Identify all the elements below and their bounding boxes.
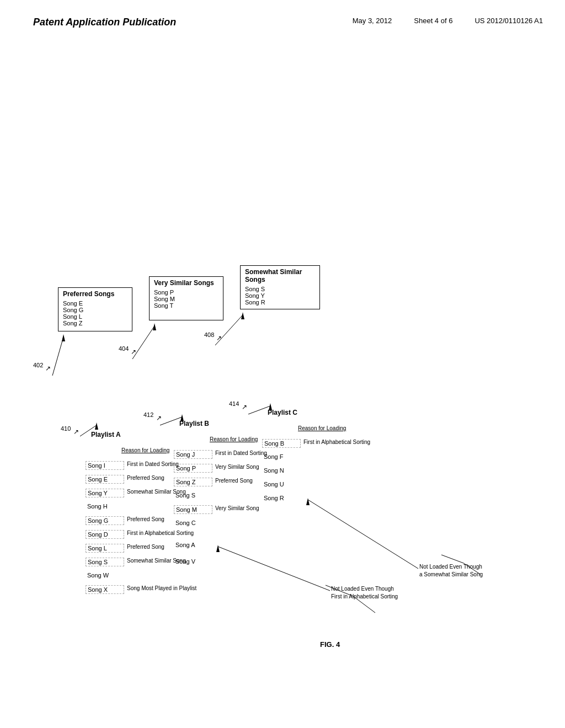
publication-title: Patent Application Publication: [33, 17, 176, 28]
playlist-b-song-v: Song V: [174, 558, 212, 565]
preferred-songs-box: Preferred Songs Song E Song G Song L Son…: [58, 287, 132, 331]
preferred-song-2: Song G: [63, 307, 127, 313]
svg-line-10: [248, 406, 270, 414]
svg-line-18: [308, 500, 418, 569]
playlist-c-song-u: Song U: [262, 480, 301, 488]
very-similar-song-3: Song T: [154, 302, 218, 309]
playlist-c-song-b: Song B: [262, 439, 301, 448]
playlist-b-song-j: Song J: [174, 450, 212, 459]
somewhat-similar-songs-label: Somewhat Similar Songs: [245, 268, 315, 283]
playlist-a-song-y: Song Y: [86, 489, 124, 497]
playlist-b-song-s: Song S: [174, 491, 212, 499]
playlist-c-song-f: Song F: [262, 453, 301, 461]
ref-410: 410: [61, 425, 71, 432]
svg-marker-1: [62, 334, 65, 341]
arrow-412: ↗: [156, 414, 162, 422]
somewhat-similar-song-2: Song Y: [245, 292, 315, 299]
callout-line-c: [0, 34, 565, 718]
not-loaded-b-line1: Not Loaded Even Though: [331, 585, 398, 593]
not-loaded-b-line2: First in Alphabetical Sorting: [331, 593, 398, 601]
arrow-402: ↗: [45, 365, 51, 372]
not-loaded-b-note: Not Loaded Even Though First in Alphabet…: [331, 585, 398, 601]
svg-line-16: [218, 547, 330, 591]
playlist-b-song-m: Song M: [174, 505, 212, 514]
reason-label-a: Reason for Loading: [121, 447, 169, 453]
playlist-b-song-a: Song A: [174, 541, 212, 549]
ref-404: 404: [119, 345, 129, 352]
playlist-a-song-x: Song X: [86, 585, 124, 594]
svg-marker-5: [241, 312, 244, 319]
playlist-a-song-d: Song D: [86, 530, 124, 539]
not-loaded-c-line1: Not Loaded Even Though: [419, 563, 483, 571]
playlist-b-song-p: Song P: [174, 464, 212, 473]
preferred-song-3: Song L: [63, 313, 127, 320]
very-similar-songs-box: Very Similar Songs Song P Song M Song T: [149, 276, 223, 320]
very-similar-songs-label: Very Similar Songs: [154, 279, 218, 287]
very-similar-song-1: Song P: [154, 289, 218, 296]
playlist-a-song-l: Song L: [86, 544, 124, 553]
preferred-song-1: Song E: [63, 300, 127, 307]
reason-c-song-b: First in Alphabetical Sorting: [303, 439, 370, 445]
reason-b-song-m: Very Similar Song: [215, 505, 259, 511]
playlist-a-song-g: Song G: [86, 516, 124, 525]
somewhat-similar-song-1: Song S: [245, 286, 315, 292]
fig-label: FIG. 4: [320, 640, 340, 649]
reason-b-song-z: Preferred Song: [215, 478, 253, 484]
callout-line-b: [0, 34, 565, 718]
reason-b-song-j: First in Dated Sorting: [215, 450, 267, 456]
svg-marker-7: [95, 422, 98, 430]
ref-408: 408: [204, 331, 214, 338]
arrow-414: ↗: [242, 403, 247, 411]
playlist-a-song-w: Song W: [86, 571, 124, 579]
playlist-a-song-s: Song S: [86, 558, 124, 566]
reason-a-song-d: First in Alphabetical Sorting: [127, 530, 194, 536]
playlist-b-song-z: Song Z: [174, 478, 212, 486]
playlist-a-song-i: Song I: [86, 461, 124, 470]
diagram-svg: [0, 34, 565, 718]
page-header: Patent Application Publication May 3, 20…: [0, 0, 565, 34]
arrow-408: ↗: [216, 334, 222, 342]
preferred-songs-label: Preferred Songs: [63, 290, 127, 298]
reason-a-song-e: Preferred Song: [127, 475, 164, 481]
reason-a-song-g: Preferred Song: [127, 516, 164, 522]
reason-a-song-l: Preferred Song: [127, 544, 164, 550]
reason-label-c: Reason for Loading: [298, 425, 346, 431]
arrow-404: ↗: [131, 348, 136, 356]
very-similar-song-2: Song M: [154, 296, 218, 302]
svg-marker-3: [153, 323, 156, 330]
not-loaded-c-note: Not Loaded Even Though a Somewhat Simila…: [419, 563, 483, 579]
publication-date: May 3, 2012: [353, 17, 392, 25]
playlist-c-song-n: Song N: [262, 467, 301, 474]
somewhat-similar-song-3: Song R: [245, 299, 315, 306]
ref-402: 402: [33, 362, 43, 368]
header-info: May 3, 2012 Sheet 4 of 6 US 2012/0110126…: [353, 17, 543, 25]
playlist-a-song-e: Song E: [86, 475, 124, 484]
reason-b-song-p: Very Similar Song: [215, 464, 259, 470]
reason-label-b: Reason for Loading: [210, 436, 258, 442]
preferred-song-4: Song Z: [63, 320, 127, 326]
playlist-c-song-r: Song R: [262, 494, 301, 502]
reason-a-song-x: Song Most Played in Playlist: [127, 585, 196, 591]
reason-a-song-i: First in Dated Sorting: [127, 461, 179, 467]
playlist-a-song-h: Song H: [86, 502, 124, 510]
playlist-b-label: Playlist B: [179, 420, 209, 427]
patent-number: US 2012/0110126 A1: [475, 17, 543, 25]
playlist-a-label: Playlist A: [91, 431, 121, 438]
somewhat-similar-songs-box: Somewhat Similar Songs Song S Song Y Son…: [240, 265, 320, 309]
not-loaded-c-line2: a Somewhat Similar Song: [419, 571, 483, 579]
playlist-b-song-c: Song C: [174, 519, 212, 527]
svg-line-15: [441, 555, 463, 563]
svg-line-8: [160, 417, 182, 425]
svg-marker-19: [306, 498, 310, 505]
playlist-c-label: Playlist C: [268, 409, 297, 416]
ref-412: 412: [143, 411, 153, 418]
svg-line-0: [52, 337, 63, 376]
diagram-area: 402 ↗ Preferred Songs Song E Song G Song…: [0, 34, 565, 718]
svg-marker-17: [216, 545, 220, 552]
arrow-410: ↗: [73, 428, 79, 436]
ref-414: 414: [229, 400, 239, 407]
sheet-info: Sheet 4 of 6: [414, 17, 452, 25]
